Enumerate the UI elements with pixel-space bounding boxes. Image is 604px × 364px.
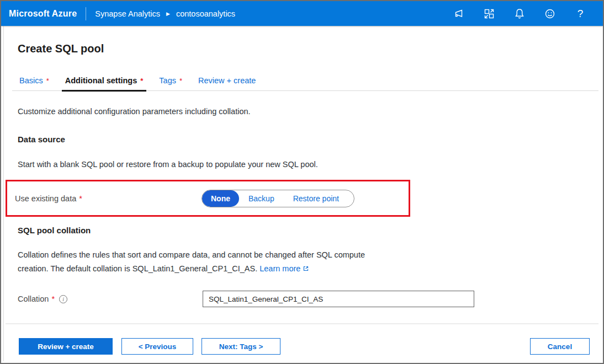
use-existing-data-toggle: None Backup Restore point [202, 190, 354, 207]
smiley-feedback-icon[interactable] [544, 8, 556, 20]
review-create-button[interactable]: Review + create [19, 338, 113, 355]
azure-top-bar: Microsoft Azure Synapse Analytics ▶ cont… [1, 1, 603, 26]
previous-button[interactable]: < Previous [121, 338, 193, 355]
required-asterisk: * [51, 295, 55, 303]
page-title: Create SQL pool [18, 42, 603, 55]
sql-pool-collation-heading: SQL pool collation [18, 226, 603, 235]
tab-additional-settings[interactable]: Additional settings* [63, 75, 145, 90]
tab-review-create[interactable]: Review + create [197, 75, 257, 90]
topbar-divider [86, 7, 86, 20]
red-highlight-box: Use existing data* None Backup Restore p… [6, 180, 410, 217]
tab-tags[interactable]: Tags* [157, 75, 184, 90]
megaphone-icon[interactable] [453, 8, 465, 20]
collation-input[interactable] [203, 291, 474, 307]
breadcrumb-separator-icon: ▶ [166, 11, 170, 17]
tab-basics[interactable]: Basics* [18, 75, 51, 90]
help-icon[interactable]: ? [574, 8, 586, 20]
bell-icon[interactable] [513, 8, 526, 20]
collation-field-row: Collation* i [18, 291, 603, 307]
create-sql-pool-blade: Create SQL pool Basics* Additional setti… [1, 42, 603, 307]
breadcrumb: Synapse Analytics ▶ contosoanalytics [95, 9, 235, 18]
required-asterisk: * [46, 77, 49, 85]
toggle-option-none[interactable]: None [202, 190, 239, 207]
required-asterisk: * [140, 77, 143, 85]
footer-button-bar: Review + create < Previous Next: Tags > … [19, 338, 590, 355]
breadcrumb-synapse-analytics[interactable]: Synapse Analytics [95, 9, 160, 18]
external-link-icon [303, 265, 309, 274]
required-asterisk: * [179, 77, 182, 85]
data-source-heading: Data source [18, 135, 603, 144]
next-tags-button[interactable]: Next: Tags > [202, 338, 280, 355]
learn-more-link[interactable]: Learn more [259, 264, 309, 273]
cancel-button[interactable]: Cancel [530, 338, 590, 355]
collation-description-line1: Collation defines the rules that sort an… [18, 248, 448, 262]
collation-description: Collation defines the rules that sort an… [18, 248, 448, 276]
collation-label: Collation* i [18, 295, 203, 303]
collation-description-line2: creation. The default collation is SQL_L… [18, 264, 257, 273]
breadcrumb-contosoanalytics[interactable]: contosoanalytics [176, 9, 235, 18]
info-icon[interactable]: i [59, 295, 67, 303]
blade-edge-line [3, 26, 4, 361]
microsoft-azure-logo[interactable]: Microsoft Azure [9, 9, 77, 19]
help-glyph: ? [577, 8, 584, 20]
data-source-description: Start with a blank SQL pool or restore f… [18, 158, 603, 172]
toggle-option-backup[interactable]: Backup [239, 190, 284, 207]
required-asterisk: * [79, 194, 82, 203]
create-sql-pool-window: Microsoft Azure Synapse Analytics ▶ cont… [0, 0, 604, 364]
tab-strip: Basics* Additional settings* Tags* Revie… [12, 75, 598, 91]
directory-switch-icon[interactable] [483, 8, 495, 20]
toggle-option-restore-point[interactable]: Restore point [284, 190, 348, 207]
use-existing-data-label: Use existing data* [15, 194, 82, 203]
topbar-icon-group: ? [453, 8, 603, 20]
intro-text: Customize additional configuration param… [18, 105, 603, 119]
footer-divider [6, 323, 598, 324]
